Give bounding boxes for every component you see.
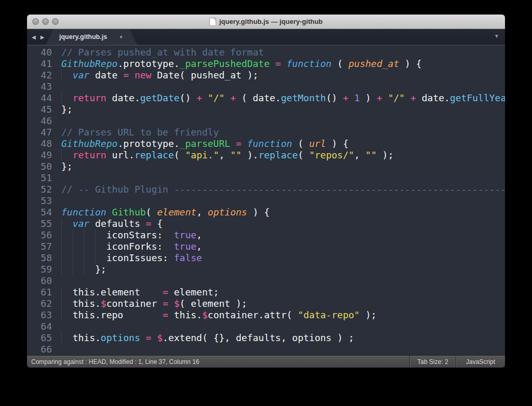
language-indicator[interactable]: JavaScript bbox=[456, 356, 505, 368]
line-number: 48 bbox=[27, 138, 52, 150]
code-text: GithubRepo.prototype._parseURL = functio… bbox=[52, 138, 505, 150]
code-text: this.options = $.extend( {}, defaults, o… bbox=[52, 332, 505, 344]
minimize-button[interactable] bbox=[42, 18, 49, 25]
line-number: 46 bbox=[27, 115, 52, 127]
code-text bbox=[52, 81, 505, 92]
code-text: return date.getDate() + "/" + ( date.get… bbox=[52, 92, 505, 104]
indent-guide bbox=[95, 229, 96, 241]
window-title: jquery.github.js — jquery-github bbox=[219, 18, 323, 25]
code-line: 42 var date = new Date( pushed_at ); bbox=[27, 70, 505, 81]
code-line: 64 bbox=[27, 321, 505, 332]
code-line: 45}; bbox=[27, 104, 505, 115]
line-number: 62 bbox=[27, 298, 52, 309]
code-text: iconIssues: false bbox=[52, 252, 505, 264]
indent-guide bbox=[95, 252, 96, 264]
line-number: 65 bbox=[27, 332, 52, 344]
line-number: 52 bbox=[27, 184, 52, 195]
code-line: 50}; bbox=[27, 161, 505, 172]
code-line: 49 return url.replace( "api.", "" ).repl… bbox=[27, 150, 505, 161]
indent-guide bbox=[84, 252, 84, 264]
tab-nav-arrows: ◀ ▶ bbox=[32, 29, 44, 45]
code-text: iconForks: true, bbox=[52, 241, 505, 252]
line-number: 44 bbox=[27, 92, 52, 104]
line-number: 64 bbox=[27, 321, 52, 332]
line-number: 40 bbox=[27, 47, 52, 58]
code-line: 43 bbox=[27, 81, 505, 92]
code-line: 47// Parses URL to be friendly bbox=[27, 127, 505, 138]
modified-dot-icon[interactable]: ● bbox=[119, 34, 123, 39]
code-text: this.repo = this.$container.attr( "data-… bbox=[52, 309, 505, 321]
indent-guide bbox=[73, 264, 73, 275]
line-number: 58 bbox=[27, 252, 52, 264]
indent-guide bbox=[61, 241, 62, 252]
code-line: 65 this.options = $.extend( {}, defaults… bbox=[27, 332, 505, 344]
code-text: }; bbox=[52, 264, 505, 275]
tab-size-indicator[interactable]: Tab Size: 2 bbox=[409, 356, 456, 368]
line-number: 47 bbox=[27, 127, 52, 138]
code-line: 48GithubRepo.prototype._parseURL = funct… bbox=[27, 138, 505, 150]
status-bar: Comparing against : HEAD, Modified : 1, … bbox=[27, 355, 505, 368]
indent-guide bbox=[84, 264, 84, 275]
tab-overflow-icon[interactable]: ▼ bbox=[494, 33, 499, 39]
indent-guide bbox=[61, 287, 62, 298]
titlebar[interactable]: jquery.github.js — jquery-github bbox=[27, 15, 505, 29]
indent-guide bbox=[61, 229, 62, 241]
line-number: 66 bbox=[27, 344, 52, 355]
indent-guide bbox=[61, 298, 62, 309]
code-text: var date = new Date( pushed_at ); bbox=[52, 70, 505, 81]
code-text bbox=[52, 115, 505, 127]
indent-guide bbox=[61, 309, 62, 321]
indent-guide bbox=[84, 241, 84, 252]
code-text: // -- Github Plugin --------------------… bbox=[52, 184, 505, 195]
code-text: function Github( element, options ) { bbox=[52, 207, 505, 218]
line-number: 59 bbox=[27, 264, 52, 275]
status-message: Comparing against : HEAD, Modified : 1, … bbox=[27, 358, 409, 366]
line-number: 42 bbox=[27, 70, 52, 81]
indent-guide bbox=[61, 150, 62, 161]
code-line: 44 return date.getDate() + "/" + ( date.… bbox=[27, 92, 505, 104]
line-number: 63 bbox=[27, 309, 52, 321]
code-line: 54function Github( element, options ) { bbox=[27, 207, 505, 218]
code-line: 56 iconStars: true, bbox=[27, 229, 505, 241]
code-line: 60 bbox=[27, 275, 505, 287]
sublime-text-window: jquery.github.js — jquery-github ◀ ▶ jqu… bbox=[27, 15, 505, 368]
code-text: GithubRepo.prototype._parsePushedDate = … bbox=[52, 58, 505, 70]
code-text: }; bbox=[52, 161, 505, 172]
code-text bbox=[52, 321, 505, 332]
code-line: 52// -- Github Plugin ------------------… bbox=[27, 184, 505, 195]
code-text: return url.replace( "api.", "" ).replace… bbox=[52, 150, 505, 161]
code-text bbox=[52, 275, 505, 287]
code-text: this.$container = $( element ); bbox=[52, 298, 505, 309]
indent-guide bbox=[61, 252, 62, 264]
code-line: 63 this.repo = this.$container.attr( "da… bbox=[27, 309, 505, 321]
tab-jquery-github-js[interactable]: jquery.github.js ● bbox=[46, 29, 137, 45]
code-line: 62 this.$container = $( element ); bbox=[27, 298, 505, 309]
indent-guide bbox=[73, 241, 73, 252]
code-text bbox=[52, 172, 505, 184]
document-icon bbox=[209, 18, 216, 26]
line-number: 54 bbox=[27, 207, 52, 218]
line-number: 43 bbox=[27, 81, 52, 92]
line-number: 55 bbox=[27, 218, 52, 229]
code-line: 46 bbox=[27, 115, 505, 127]
code-text: var defaults = { bbox=[52, 218, 505, 229]
indent-guide bbox=[73, 252, 73, 264]
line-number: 57 bbox=[27, 241, 52, 252]
traffic-lights bbox=[32, 15, 59, 29]
back-icon[interactable]: ◀ bbox=[32, 34, 36, 40]
code-text: // Parses URL to be friendly bbox=[52, 127, 505, 138]
code-text bbox=[52, 344, 505, 355]
indent-guide bbox=[61, 264, 62, 275]
zoom-button[interactable] bbox=[52, 18, 59, 25]
forward-icon[interactable]: ▶ bbox=[41, 34, 45, 40]
indent-guide bbox=[73, 229, 73, 241]
tab-label: jquery.github.js bbox=[46, 33, 107, 40]
code-editor[interactable]: 40// Parses pushed_at with date format41… bbox=[27, 46, 505, 355]
close-button[interactable] bbox=[32, 18, 39, 25]
line-number: 41 bbox=[27, 58, 52, 70]
line-number: 49 bbox=[27, 150, 52, 161]
indent-guide bbox=[61, 218, 62, 229]
code-line: 55 var defaults = { bbox=[27, 218, 505, 229]
line-number: 51 bbox=[27, 172, 52, 184]
line-number: 60 bbox=[27, 275, 52, 287]
